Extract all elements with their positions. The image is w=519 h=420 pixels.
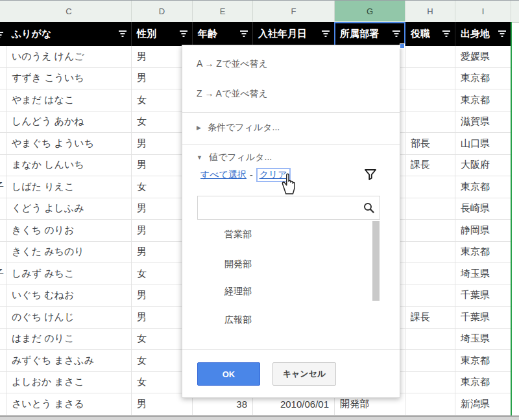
cell-birthplace[interactable]: 東京都: [455, 89, 511, 111]
cell-position[interactable]: 課長: [405, 155, 455, 177]
cell-position[interactable]: [405, 372, 455, 394]
ok-button[interactable]: OK: [197, 362, 260, 386]
column-header-e[interactable]: E: [193, 1, 253, 21]
header-label: 性別: [137, 28, 156, 40]
filter-value-item[interactable]: 開発部: [224, 251, 252, 277]
cell-furigana[interactable]: やまだ はなこ: [6, 89, 132, 111]
select-all-link[interactable]: すべて選択: [200, 169, 247, 181]
menu-divider: [182, 112, 400, 113]
column-header-d[interactable]: D: [132, 1, 193, 21]
cell-position[interactable]: [405, 68, 455, 90]
cell-birthplace[interactable]: 東京都: [455, 372, 511, 394]
cell-birthplace[interactable]: 東京都: [455, 176, 511, 198]
header-age[interactable]: 年齢: [193, 22, 253, 46]
menu-item-label: 値でフィルタ...: [209, 152, 272, 163]
cell-position[interactable]: [405, 329, 455, 351]
cell-birthplace[interactable]: 埼玉県: [455, 329, 511, 351]
cell-position[interactable]: [405, 198, 455, 220]
header-department-selected[interactable]: 所属部署: [335, 22, 405, 46]
filter-button-icon[interactable]: [239, 30, 248, 38]
cell-furigana[interactable]: はまだ のりこ: [6, 329, 132, 351]
cell-position[interactable]: [405, 46, 455, 68]
cell-b-fragment: [0, 111, 6, 134]
filter-button-icon[interactable]: [498, 30, 507, 38]
cell-furigana[interactable]: のぐち けんじ: [6, 307, 132, 329]
cell-position[interactable]: [405, 263, 455, 285]
cell-position[interactable]: [405, 89, 455, 111]
cell-position[interactable]: [405, 393, 455, 415]
cell-birthplace[interactable]: 滋賀県: [455, 111, 511, 134]
cell-position[interactable]: [405, 350, 455, 372]
table-header-row: ふりがな 性別 年齢 入社年月日 所属部署 役職 出身地: [0, 22, 511, 46]
header-hire-date[interactable]: 入社年月日: [253, 22, 335, 46]
cell-furigana[interactable]: いぐち むねお: [6, 285, 132, 307]
menu-item-label: 条件でフィルタ...: [208, 122, 280, 134]
cell-position[interactable]: [405, 242, 455, 264]
cell-position[interactable]: [405, 220, 455, 242]
cell-birthplace[interactable]: 千葉県: [455, 285, 511, 307]
cell-birthplace[interactable]: 長崎県: [455, 198, 511, 220]
filter-icon-fragment: [0, 30, 5, 38]
cell-furigana[interactable]: きくた みちのり: [6, 242, 132, 264]
cell-furigana[interactable]: いのうえ けんご: [6, 46, 132, 68]
column-header-g-selected[interactable]: G: [335, 1, 405, 21]
cell-furigana[interactable]: よしおか まさこ: [6, 372, 132, 394]
cell-furigana[interactable]: しんどう あかね: [6, 111, 132, 134]
cell-position[interactable]: 課長: [405, 307, 455, 329]
cell-b-fragment: [0, 198, 6, 220]
cell-position[interactable]: 部長: [405, 133, 455, 155]
values-scrollbar-thumb[interactable]: [372, 221, 380, 301]
menu-divider: [182, 144, 400, 145]
cell-birthplace[interactable]: 大阪府: [455, 155, 511, 177]
cell-furigana[interactable]: しばた りえこ: [6, 176, 132, 198]
cell-birthplace[interactable]: 千葉県: [455, 307, 511, 329]
cell-furigana[interactable]: まなか しんいち: [6, 155, 132, 177]
cell-birthplace[interactable]: 山口県: [455, 133, 511, 155]
cell-b-fragment: [0, 329, 6, 351]
cell-furigana[interactable]: しみず みちこ: [6, 263, 132, 285]
cell-birthplace[interactable]: 静岡県: [455, 220, 511, 242]
cell-birthplace[interactable]: 新潟県: [455, 393, 511, 415]
column-header-h[interactable]: H: [405, 1, 455, 21]
filter-links-row: すべて選択 - クリア: [200, 167, 291, 183]
filter-value-item[interactable]: 営業部: [224, 222, 252, 248]
header-gender[interactable]: 性別: [132, 22, 193, 46]
cell-furigana[interactable]: さいとう まさる: [6, 393, 132, 415]
clear-link[interactable]: クリア: [256, 168, 291, 182]
cell-furigana[interactable]: すずき こういち: [6, 68, 132, 90]
header-position[interactable]: 役職: [405, 22, 455, 46]
cell-furigana[interactable]: くどう よしふみ: [6, 198, 132, 220]
cell-b-fragment: [0, 68, 6, 90]
header-furigana[interactable]: ふりがな: [6, 22, 132, 46]
cell-birthplace[interactable]: 東京都: [455, 68, 511, 90]
column-header-i[interactable]: I: [455, 1, 511, 21]
filter-value-item[interactable]: 経理部: [224, 279, 252, 305]
filter-button-icon[interactable]: [442, 30, 451, 38]
cell-birthplace[interactable]: 東京都: [455, 242, 511, 264]
cell-birthplace[interactable]: 埼玉県: [455, 263, 511, 285]
filter-button-icon[interactable]: [392, 30, 401, 38]
menu-item-filter-by-values[interactable]: ▼ 値でフィルタ...: [182, 148, 400, 167]
menu-item-sort-za[interactable]: Z → Aで並べ替え: [182, 84, 400, 104]
cell-furigana[interactable]: きくち のりお: [6, 220, 132, 242]
column-header-c[interactable]: C: [6, 1, 132, 21]
cell-position[interactable]: [405, 285, 455, 307]
fill-handle[interactable]: [400, 43, 405, 49]
cell-birthplace[interactable]: 愛媛県: [455, 46, 511, 68]
cell-furigana[interactable]: やまぐち よういち: [6, 133, 132, 155]
spreadsheet: C D E F G H I ふりがな 性別 年齢 入社年月日 所属部署 役職: [0, 0, 519, 420]
cell-furigana[interactable]: みずぐち まさふみ: [6, 350, 132, 372]
column-header-f[interactable]: F: [253, 1, 335, 21]
filter-button-icon[interactable]: [179, 30, 188, 38]
filter-button-icon[interactable]: [118, 30, 127, 38]
cell-position[interactable]: [405, 111, 455, 134]
search-input[interactable]: [202, 199, 360, 217]
filter-button-icon[interactable]: [321, 30, 330, 38]
filter-value-item[interactable]: 広報部: [224, 307, 252, 333]
header-birthplace[interactable]: 出身地: [455, 22, 511, 46]
cancel-button[interactable]: キャンセル: [272, 362, 336, 386]
menu-item-sort-az[interactable]: A → Zで並べ替え: [182, 54, 400, 74]
cell-position[interactable]: [405, 176, 455, 198]
cell-birthplace[interactable]: 東京都: [455, 350, 511, 372]
menu-item-filter-by-condition[interactable]: ▶ 条件でフィルタ...: [182, 118, 400, 137]
